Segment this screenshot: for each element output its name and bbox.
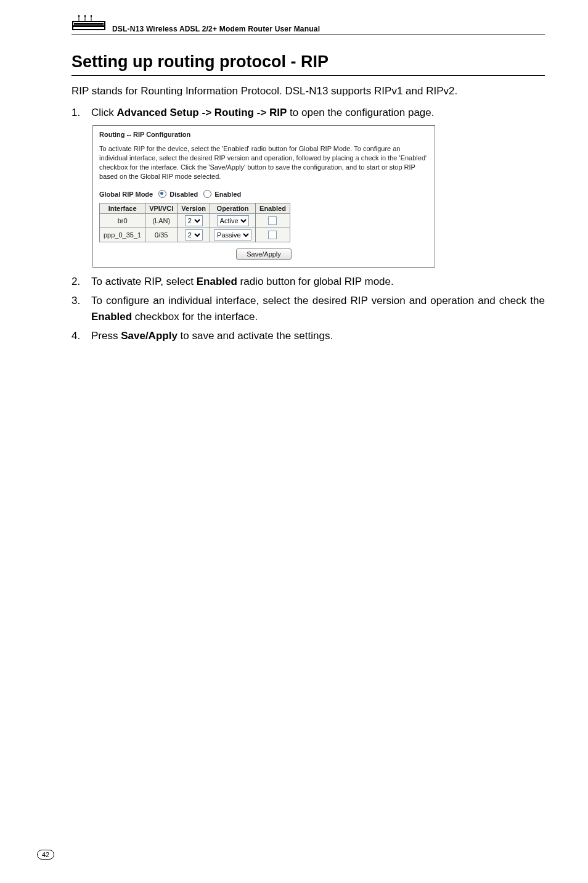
cell-operation: Passive (210, 228, 256, 242)
enabled-checkbox[interactable] (268, 216, 277, 225)
table-header-row: Interface VPI/VCI Version Operation Enab… (100, 203, 290, 213)
cell-version: 2 (178, 228, 210, 242)
section-heading: Setting up routing protocol - RIP (71, 52, 545, 76)
radio-disabled-label: Disabled (169, 191, 198, 198)
enabled-checkbox[interactable] (268, 231, 277, 239)
svg-rect-7 (74, 23, 104, 25)
step-text: To configure an individual interface, se… (91, 293, 545, 324)
step-text: Click Advanced Setup -> Routing -> RIP t… (91, 105, 545, 121)
step-number: 4. (71, 328, 91, 344)
cell-operation: Active (210, 213, 256, 228)
step-number: 1. (71, 105, 91, 121)
cell-interface: ppp_0_35_1 (100, 228, 145, 242)
save-apply-button[interactable]: Save/Apply (236, 248, 292, 260)
page-footer: 42 (37, 848, 54, 860)
step-text: To activate RIP, select Enabled radio bu… (91, 274, 545, 290)
svg-point-5 (91, 15, 92, 17)
global-rip-mode-row: Global RIP Mode Disabled Enabled (99, 190, 428, 198)
shot-description: To activate RIP for the device, select t… (99, 144, 428, 181)
page-number: 42 (37, 850, 54, 860)
step-2: 2. To activate RIP, select Enabled radio… (71, 274, 545, 290)
operation-select[interactable]: Active (217, 215, 249, 226)
radio-disabled[interactable] (158, 190, 166, 198)
shot-title: Routing -- RIP Configuration (99, 131, 428, 138)
cell-enabled (256, 213, 290, 228)
rip-config-screenshot: Routing -- RIP Configuration To activate… (92, 125, 435, 267)
col-enabled: Enabled (256, 203, 290, 213)
manual-header: DSL-N13 Wireless ADSL 2/2+ Modem Router … (71, 15, 545, 35)
cell-enabled (256, 228, 290, 242)
col-vpivci: VPI/VCI (145, 203, 178, 213)
step-1: 1. Click Advanced Setup -> Routing -> RI… (71, 105, 545, 121)
step-3: 3. To configure an individual interface,… (71, 293, 545, 324)
svg-rect-8 (73, 27, 105, 30)
table-row: br0 (LAN) 2 Active (100, 213, 290, 228)
router-icon (71, 15, 107, 33)
col-operation: Operation (210, 203, 256, 213)
radio-enabled-label: Enabled (214, 191, 241, 198)
step-4: 4. Press Save/Apply to save and activate… (71, 328, 545, 344)
svg-point-4 (84, 15, 86, 17)
intro-paragraph: RIP stands for Rounting Information Prot… (71, 84, 545, 99)
global-rip-mode-label: Global RIP Mode (99, 191, 153, 198)
cell-interface: br0 (100, 213, 145, 228)
operation-select[interactable]: Passive (214, 229, 251, 240)
version-select[interactable]: 2 (185, 229, 203, 240)
svg-point-3 (78, 15, 80, 17)
step-number: 2. (71, 274, 91, 290)
step-text: Press Save/Apply to save and activate th… (91, 328, 545, 344)
radio-enabled[interactable] (203, 190, 211, 198)
version-select[interactable]: 2 (185, 215, 203, 226)
cell-vpivci: (LAN) (145, 213, 178, 228)
table-row: ppp_0_35_1 0/35 2 Passive (100, 228, 290, 242)
col-interface: Interface (100, 203, 145, 213)
cell-vpivci: 0/35 (145, 228, 178, 242)
rip-interface-table: Interface VPI/VCI Version Operation Enab… (99, 203, 290, 242)
step-number: 3. (71, 293, 91, 324)
cell-version: 2 (178, 213, 210, 228)
col-version: Version (178, 203, 210, 213)
manual-title: DSL-N13 Wireless ADSL 2/2+ Modem Router … (112, 25, 320, 33)
